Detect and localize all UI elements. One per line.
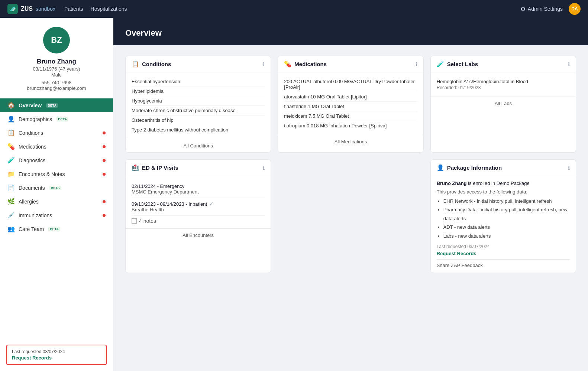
notes-count: 4 notes bbox=[139, 218, 156, 224]
encounters-card-title-text: ED & IP Visits bbox=[142, 165, 178, 171]
sidebar-item-label-conditions: Conditions bbox=[19, 130, 43, 136]
all-conditions-link[interactable]: All Conditions bbox=[126, 139, 271, 152]
notes-checkbox-icon bbox=[132, 218, 137, 224]
labs-card-body: Hemoglobin A1c/Hemoglobin.total in Blood… bbox=[431, 72, 576, 97]
package-feature-item: EHR Network - initial history pull, inte… bbox=[443, 197, 570, 205]
medications-nav-icon: 💊 bbox=[7, 143, 15, 150]
overview-cards-grid: 📋 Conditions ℹ Essential hypertensionHyp… bbox=[125, 56, 576, 273]
sidebar-item-encounters[interactable]: 📁Encounters & Notes bbox=[0, 167, 113, 181]
labs-item: Hemoglobin A1c/Hemoglobin.total in Blood… bbox=[437, 77, 570, 92]
top-nav-right: ⚙ Admin Settings DA bbox=[520, 3, 581, 15]
documents-nav-icon: 📄 bbox=[7, 184, 15, 191]
encounters-card: 🏥 ED & IP Visits ℹ 02/11/2024 - Emergenc… bbox=[125, 159, 271, 273]
patient-avatar: BZ bbox=[43, 27, 70, 53]
package-divider bbox=[437, 259, 570, 260]
labs-card: 🧪 Select Labs ℹ Hemoglobin A1c/Hemoglobi… bbox=[430, 56, 576, 153]
sidebar-item-label-documents: Documents bbox=[19, 185, 45, 191]
encounters-info-icon[interactable]: ℹ bbox=[263, 165, 265, 171]
app-logo[interactable]: ZUS sandbox bbox=[7, 4, 55, 14]
conditions-card-icon: 📋 bbox=[132, 61, 139, 68]
all-encounters-link[interactable]: All Encounters bbox=[126, 228, 271, 242]
package-card-icon: 👤 bbox=[437, 164, 444, 171]
conditions-info-icon[interactable]: ℹ bbox=[263, 61, 265, 67]
sidebar-item-label-immunizations: Immunizations bbox=[19, 212, 52, 218]
package-features-list: EHR Network - initial history pull, inte… bbox=[437, 197, 570, 240]
all-medications-link[interactable]: All Medications bbox=[278, 135, 423, 148]
condition-item: Hypoglycemia bbox=[132, 96, 265, 106]
condition-item: Hyperlipidemia bbox=[132, 87, 265, 96]
patient-gender: Male bbox=[51, 72, 62, 78]
encounter-2-header: 09/13/2023 - 09/14/2023 - Inpatient ✓ bbox=[132, 201, 265, 207]
encounter-2-date: 09/13/2023 - 09/14/2023 - Inpatient bbox=[132, 201, 207, 207]
encounters-card-header: 🏥 ED & IP Visits ℹ bbox=[126, 160, 271, 176]
package-feature-item: ADT - new data alerts bbox=[443, 223, 570, 231]
encounters-card-icon: 🏥 bbox=[132, 164, 139, 171]
medication-item: finasteride 1 MG Oral Tablet bbox=[284, 102, 417, 111]
condition-item: Essential hypertension bbox=[132, 77, 265, 87]
package-request-records-link[interactable]: Request Records bbox=[437, 251, 570, 256]
sidebar-item-overview[interactable]: 🏠OverviewBETA bbox=[0, 98, 113, 112]
sidebar-item-care-team[interactable]: 👥Care TeamBETA bbox=[0, 222, 113, 236]
admin-settings-label: Admin Settings bbox=[528, 6, 563, 12]
sidebar-item-documents[interactable]: 📄DocumentsBETA bbox=[0, 181, 113, 195]
top-nav-links: Patients Hospitalizations bbox=[64, 6, 511, 12]
demographics-beta-badge: BETA bbox=[56, 117, 68, 121]
top-navigation: ZUS sandbox Patients Hospitalizations ⚙ … bbox=[0, 0, 588, 18]
medication-item: atorvastatin 10 MG Oral Tablet [Lipitor] bbox=[284, 92, 417, 102]
package-intro: This provides access to the following da… bbox=[437, 189, 570, 195]
package-enrolled-suffix: is enrolled in Demo Package bbox=[467, 180, 530, 186]
conditions-notification-dot bbox=[103, 131, 106, 134]
encounters-nav-icon: 📁 bbox=[7, 170, 15, 178]
sidebar-item-conditions[interactable]: 📋Conditions bbox=[0, 126, 113, 140]
package-info-icon[interactable]: ℹ bbox=[568, 165, 570, 171]
nav-hospitalizations[interactable]: Hospitalizations bbox=[91, 6, 127, 12]
conditions-card-header: 📋 Conditions ℹ bbox=[126, 56, 271, 72]
labs-info-icon[interactable]: ℹ bbox=[568, 61, 570, 67]
package-zap-link[interactable]: Share ZAP Feedback bbox=[437, 263, 570, 268]
encounter-2-place: Breathe Health bbox=[132, 207, 265, 212]
medications-card-icon: 💊 bbox=[284, 61, 291, 68]
demographics-nav-icon: 👤 bbox=[7, 115, 15, 123]
main-content: Overview 📋 Conditions ℹ Essential hypert… bbox=[113, 18, 588, 371]
labs-item-name: Hemoglobin A1c/Hemoglobin.total in Blood bbox=[437, 79, 570, 84]
medications-info-icon[interactable]: ℹ bbox=[416, 61, 417, 67]
encounter-notes: 4 notes bbox=[132, 218, 265, 224]
patient-name: Bruno Zhang bbox=[37, 58, 76, 65]
encounters-notification-dot bbox=[103, 173, 106, 176]
conditions-card-body: Essential hypertensionHyperlipidemiaHypo… bbox=[126, 72, 271, 139]
sidebar-item-demographics[interactable]: 👤DemographicsBETA bbox=[0, 112, 113, 126]
conditions-card-title: 📋 Conditions bbox=[132, 61, 171, 68]
medications-card-title: 💊 Medications bbox=[284, 61, 327, 68]
medication-item: meloxicam 7.5 MG Oral Tablet bbox=[284, 111, 417, 121]
package-feature-item: Pharmacy Data - initial history pull, in… bbox=[443, 205, 570, 223]
user-avatar[interactable]: DA bbox=[569, 3, 581, 15]
package-card-body: Bruno Zhang is enrolled in Demo Package … bbox=[431, 176, 576, 273]
encounters-card-body: 02/11/2024 - Emergency MSMC Emergency De… bbox=[126, 176, 271, 228]
package-card-title-text: Package Information bbox=[447, 165, 502, 171]
medications-card-body: 200 ACTUAT albuterol 0.09 MG/ACTUAT Dry … bbox=[278, 72, 423, 135]
request-records-link[interactable]: Request Records bbox=[12, 355, 101, 361]
sidebar-item-diagnostics[interactable]: 🧪Diagnostics bbox=[0, 153, 113, 167]
sidebar-item-immunizations[interactable]: 💉Immunizations bbox=[0, 208, 113, 222]
sidebar-item-label-allergies: Allergies bbox=[19, 199, 39, 205]
labs-card-header: 🧪 Select Labs ℹ bbox=[431, 56, 576, 72]
sidebar: BZ Bruno Zhang 03/11/1976 (47 years) Mal… bbox=[0, 18, 113, 371]
admin-settings-button[interactable]: ⚙ Admin Settings bbox=[520, 6, 563, 13]
package-feature-item: Labs - new data alerts bbox=[443, 232, 570, 240]
main-layout: BZ Bruno Zhang 03/11/1976 (47 years) Mal… bbox=[0, 18, 588, 371]
zus-logo-icon bbox=[7, 4, 18, 14]
sidebar-item-medications[interactable]: 💊Medications bbox=[0, 140, 113, 153]
encounters-card-title: 🏥 ED & IP Visits bbox=[132, 164, 178, 171]
brand-name: ZUS bbox=[21, 6, 33, 12]
medication-item: 200 ACTUAT albuterol 0.09 MG/ACTUAT Dry … bbox=[284, 77, 417, 92]
package-card-title: 👤 Package Information bbox=[437, 164, 502, 171]
care-team-nav-icon: 👥 bbox=[7, 225, 15, 232]
overview-beta-badge: BETA bbox=[46, 103, 58, 108]
all-labs-link[interactable]: All Labs bbox=[431, 97, 576, 110]
medications-notification-dot bbox=[103, 145, 106, 148]
diagnostics-nav-icon: 🧪 bbox=[7, 157, 15, 164]
sidebar-item-allergies[interactable]: 🌿Allergies bbox=[0, 195, 113, 208]
nav-patients[interactable]: Patients bbox=[64, 6, 83, 12]
sidebar-item-label-diagnostics: Diagnostics bbox=[19, 157, 45, 163]
sidebar-item-label-encounters: Encounters & Notes bbox=[19, 171, 65, 177]
